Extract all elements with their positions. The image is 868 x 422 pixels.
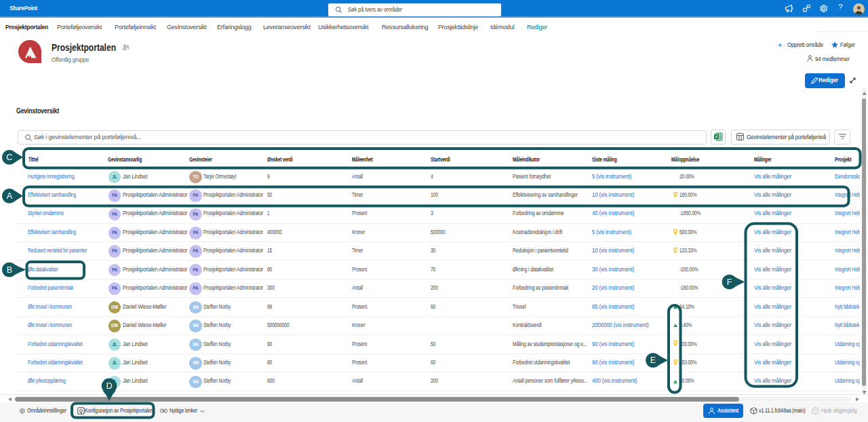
svg-text:E: E: [650, 356, 656, 365]
svg-text:?: ?: [814, 408, 817, 413]
svg-text:C: C: [6, 153, 12, 162]
svg-text:A: A: [7, 191, 13, 201]
svg-text:B: B: [7, 265, 12, 275]
